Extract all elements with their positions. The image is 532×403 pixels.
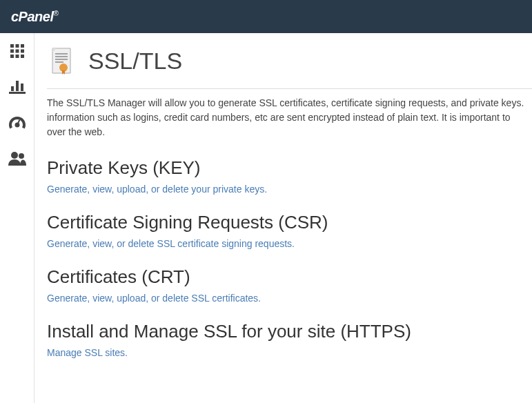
csr-link[interactable]: Generate, view, or delete SSL certificat…: [47, 238, 295, 249]
divider: [47, 88, 532, 89]
svg-rect-9: [9, 92, 26, 94]
sidebar-users[interactable]: [8, 150, 27, 170]
grid-icon: [10, 43, 25, 61]
svg-rect-0: [10, 44, 14, 48]
section-private-keys: Private Keys (KEY) Generate, view, uploa…: [47, 157, 532, 195]
registered-mark: ®: [53, 10, 58, 17]
svg-rect-11: [16, 81, 19, 91]
sidebar-grid[interactable]: [8, 43, 27, 62]
svg-rect-14: [17, 119, 19, 124]
section-install-ssl: Install and Manage SSL for your site (HT…: [47, 321, 532, 359]
intro-line: information such as logins, credit card …: [47, 110, 532, 125]
users-icon: [8, 151, 27, 169]
private-keys-link[interactable]: Generate, view, upload, or delete your p…: [47, 184, 267, 195]
page-title: SSL/TLS: [88, 48, 182, 75]
gauge-icon: [8, 115, 26, 133]
svg-rect-7: [15, 55, 19, 58]
svg-rect-12: [21, 83, 23, 91]
svg-rect-3: [10, 50, 14, 53]
intro-text: The SSL/TLS Manager will allow you to ge…: [47, 96, 532, 139]
title-row: SSL/TLS: [47, 46, 532, 76]
cpanel-logo[interactable]: cPanel®: [11, 9, 58, 25]
svg-rect-1: [15, 44, 19, 48]
svg-rect-8: [21, 55, 24, 58]
certificates-link[interactable]: Generate, view, upload, or delete SSL ce…: [47, 293, 261, 304]
sidebar-dashboard[interactable]: [8, 115, 27, 134]
svg-rect-6: [10, 55, 14, 58]
section-certificates: Certificates (CRT) Generate, view, uploa…: [47, 266, 532, 304]
intro-line: over the web.: [47, 125, 532, 139]
svg-point-15: [11, 152, 18, 159]
manage-ssl-link[interactable]: Manage SSL sites.: [47, 347, 128, 358]
header: cPanel®: [0, 0, 532, 33]
container: SSL/TLS The SSL/TLS Manager will allow y…: [0, 33, 532, 403]
section-title: Certificates (CRT): [47, 266, 532, 288]
ssl-tls-icon: [47, 46, 77, 76]
svg-rect-2: [21, 44, 24, 48]
sidebar: [0, 33, 35, 403]
stats-icon: [9, 79, 26, 97]
svg-point-16: [19, 153, 24, 159]
svg-rect-10: [11, 86, 14, 91]
section-title: Install and Manage SSL for your site (HT…: [47, 321, 532, 342]
section-title: Private Keys (KEY): [47, 157, 532, 179]
intro-line: The SSL/TLS Manager will allow you to ge…: [47, 96, 532, 110]
svg-rect-4: [15, 50, 19, 53]
section-csr: Certificate Signing Requests (CSR) Gener…: [47, 212, 532, 250]
main-content: SSL/TLS The SSL/TLS Manager will allow y…: [35, 33, 532, 403]
logo-text: cPanel: [11, 9, 53, 24]
sidebar-stats[interactable]: [8, 79, 27, 98]
svg-point-13: [14, 123, 19, 128]
svg-rect-5: [21, 50, 24, 53]
section-title: Certificate Signing Requests (CSR): [47, 212, 532, 233]
